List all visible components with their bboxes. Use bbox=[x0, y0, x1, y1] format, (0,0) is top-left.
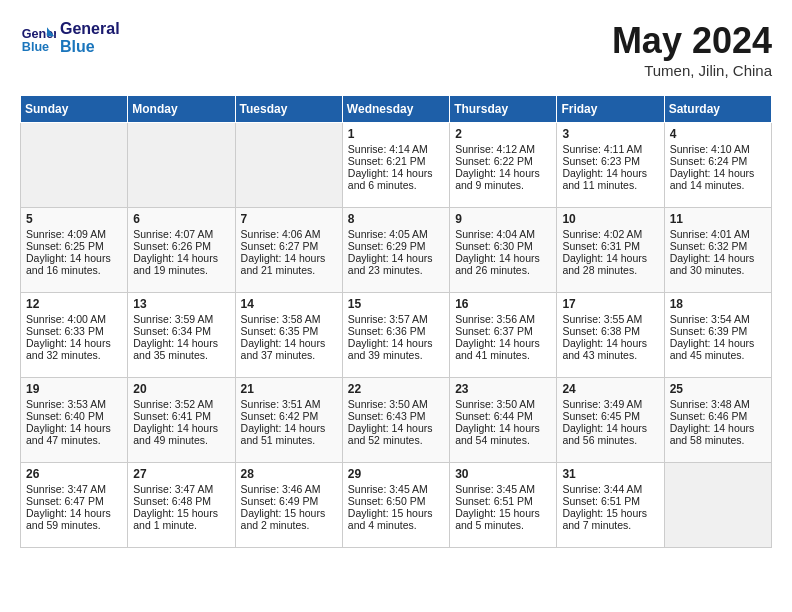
day-number: 19 bbox=[26, 382, 122, 396]
calendar-cell: 17Sunrise: 3:55 AMSunset: 6:38 PMDayligh… bbox=[557, 293, 664, 378]
sunrise-text: Sunrise: 3:53 AM bbox=[26, 398, 122, 410]
logo-icon: General Blue bbox=[20, 20, 56, 56]
logo-blue: Blue bbox=[60, 38, 120, 56]
location: Tumen, Jilin, China bbox=[612, 62, 772, 79]
sunset-text: Sunset: 6:21 PM bbox=[348, 155, 444, 167]
calendar-cell: 20Sunrise: 3:52 AMSunset: 6:41 PMDayligh… bbox=[128, 378, 235, 463]
calendar-cell: 29Sunrise: 3:45 AMSunset: 6:50 PMDayligh… bbox=[342, 463, 449, 548]
sunrise-text: Sunrise: 4:05 AM bbox=[348, 228, 444, 240]
day-number: 16 bbox=[455, 297, 551, 311]
logo: General Blue General Blue bbox=[20, 20, 120, 56]
sunrise-text: Sunrise: 4:06 AM bbox=[241, 228, 337, 240]
calendar-week-row: 19Sunrise: 3:53 AMSunset: 6:40 PMDayligh… bbox=[21, 378, 772, 463]
day-of-week-header: Wednesday bbox=[342, 96, 449, 123]
daylight-text: Daylight: 14 hours and 51 minutes. bbox=[241, 422, 337, 446]
calendar-week-row: 1Sunrise: 4:14 AMSunset: 6:21 PMDaylight… bbox=[21, 123, 772, 208]
svg-text:Blue: Blue bbox=[22, 40, 49, 54]
calendar-cell bbox=[128, 123, 235, 208]
daylight-text: Daylight: 14 hours and 26 minutes. bbox=[455, 252, 551, 276]
day-number: 21 bbox=[241, 382, 337, 396]
day-number: 15 bbox=[348, 297, 444, 311]
sunset-text: Sunset: 6:35 PM bbox=[241, 325, 337, 337]
daylight-text: Daylight: 14 hours and 14 minutes. bbox=[670, 167, 766, 191]
sunrise-text: Sunrise: 3:47 AM bbox=[26, 483, 122, 495]
sunset-text: Sunset: 6:22 PM bbox=[455, 155, 551, 167]
calendar-cell: 22Sunrise: 3:50 AMSunset: 6:43 PMDayligh… bbox=[342, 378, 449, 463]
sunrise-text: Sunrise: 3:48 AM bbox=[670, 398, 766, 410]
calendar-cell: 15Sunrise: 3:57 AMSunset: 6:36 PMDayligh… bbox=[342, 293, 449, 378]
calendar-cell: 13Sunrise: 3:59 AMSunset: 6:34 PMDayligh… bbox=[128, 293, 235, 378]
day-of-week-header: Thursday bbox=[450, 96, 557, 123]
calendar-cell: 4Sunrise: 4:10 AMSunset: 6:24 PMDaylight… bbox=[664, 123, 771, 208]
month-title: May 2024 bbox=[612, 20, 772, 62]
day-number: 29 bbox=[348, 467, 444, 481]
calendar-cell: 21Sunrise: 3:51 AMSunset: 6:42 PMDayligh… bbox=[235, 378, 342, 463]
sunrise-text: Sunrise: 3:47 AM bbox=[133, 483, 229, 495]
sunrise-text: Sunrise: 4:02 AM bbox=[562, 228, 658, 240]
calendar-cell: 31Sunrise: 3:44 AMSunset: 6:51 PMDayligh… bbox=[557, 463, 664, 548]
daylight-text: Daylight: 14 hours and 19 minutes. bbox=[133, 252, 229, 276]
calendar-cell: 25Sunrise: 3:48 AMSunset: 6:46 PMDayligh… bbox=[664, 378, 771, 463]
day-of-week-header: Tuesday bbox=[235, 96, 342, 123]
sunset-text: Sunset: 6:47 PM bbox=[26, 495, 122, 507]
sunset-text: Sunset: 6:23 PM bbox=[562, 155, 658, 167]
sunset-text: Sunset: 6:43 PM bbox=[348, 410, 444, 422]
daylight-text: Daylight: 14 hours and 35 minutes. bbox=[133, 337, 229, 361]
day-number: 25 bbox=[670, 382, 766, 396]
days-of-week-row: SundayMondayTuesdayWednesdayThursdayFrid… bbox=[21, 96, 772, 123]
sunset-text: Sunset: 6:30 PM bbox=[455, 240, 551, 252]
sunrise-text: Sunrise: 3:50 AM bbox=[348, 398, 444, 410]
day-number: 6 bbox=[133, 212, 229, 226]
day-number: 27 bbox=[133, 467, 229, 481]
sunset-text: Sunset: 6:36 PM bbox=[348, 325, 444, 337]
sunrise-text: Sunrise: 3:46 AM bbox=[241, 483, 337, 495]
day-number: 2 bbox=[455, 127, 551, 141]
daylight-text: Daylight: 15 hours and 5 minutes. bbox=[455, 507, 551, 531]
day-number: 3 bbox=[562, 127, 658, 141]
sunrise-text: Sunrise: 4:01 AM bbox=[670, 228, 766, 240]
sunset-text: Sunset: 6:40 PM bbox=[26, 410, 122, 422]
sunrise-text: Sunrise: 3:45 AM bbox=[455, 483, 551, 495]
sunset-text: Sunset: 6:29 PM bbox=[348, 240, 444, 252]
daylight-text: Daylight: 14 hours and 47 minutes. bbox=[26, 422, 122, 446]
sunset-text: Sunset: 6:39 PM bbox=[670, 325, 766, 337]
calendar-cell: 27Sunrise: 3:47 AMSunset: 6:48 PMDayligh… bbox=[128, 463, 235, 548]
sunset-text: Sunset: 6:24 PM bbox=[670, 155, 766, 167]
calendar-cell: 30Sunrise: 3:45 AMSunset: 6:51 PMDayligh… bbox=[450, 463, 557, 548]
day-number: 11 bbox=[670, 212, 766, 226]
daylight-text: Daylight: 14 hours and 11 minutes. bbox=[562, 167, 658, 191]
day-number: 26 bbox=[26, 467, 122, 481]
day-number: 18 bbox=[670, 297, 766, 311]
daylight-text: Daylight: 14 hours and 21 minutes. bbox=[241, 252, 337, 276]
day-number: 24 bbox=[562, 382, 658, 396]
sunrise-text: Sunrise: 3:54 AM bbox=[670, 313, 766, 325]
calendar-cell: 1Sunrise: 4:14 AMSunset: 6:21 PMDaylight… bbox=[342, 123, 449, 208]
day-number: 9 bbox=[455, 212, 551, 226]
calendar-cell: 19Sunrise: 3:53 AMSunset: 6:40 PMDayligh… bbox=[21, 378, 128, 463]
sunset-text: Sunset: 6:34 PM bbox=[133, 325, 229, 337]
calendar-cell: 24Sunrise: 3:49 AMSunset: 6:45 PMDayligh… bbox=[557, 378, 664, 463]
day-number: 7 bbox=[241, 212, 337, 226]
sunrise-text: Sunrise: 4:12 AM bbox=[455, 143, 551, 155]
sunrise-text: Sunrise: 4:09 AM bbox=[26, 228, 122, 240]
sunset-text: Sunset: 6:41 PM bbox=[133, 410, 229, 422]
sunrise-text: Sunrise: 4:07 AM bbox=[133, 228, 229, 240]
day-number: 23 bbox=[455, 382, 551, 396]
calendar-cell: 2Sunrise: 4:12 AMSunset: 6:22 PMDaylight… bbox=[450, 123, 557, 208]
sunrise-text: Sunrise: 3:55 AM bbox=[562, 313, 658, 325]
day-of-week-header: Saturday bbox=[664, 96, 771, 123]
sunset-text: Sunset: 6:48 PM bbox=[133, 495, 229, 507]
page-header: General Blue General Blue May 2024 Tumen… bbox=[20, 20, 772, 79]
sunrise-text: Sunrise: 3:49 AM bbox=[562, 398, 658, 410]
sunrise-text: Sunrise: 4:10 AM bbox=[670, 143, 766, 155]
sunset-text: Sunset: 6:44 PM bbox=[455, 410, 551, 422]
calendar-cell: 10Sunrise: 4:02 AMSunset: 6:31 PMDayligh… bbox=[557, 208, 664, 293]
calendar-cell: 12Sunrise: 4:00 AMSunset: 6:33 PMDayligh… bbox=[21, 293, 128, 378]
daylight-text: Daylight: 14 hours and 37 minutes. bbox=[241, 337, 337, 361]
day-number: 8 bbox=[348, 212, 444, 226]
day-number: 1 bbox=[348, 127, 444, 141]
day-number: 10 bbox=[562, 212, 658, 226]
sunrise-text: Sunrise: 4:11 AM bbox=[562, 143, 658, 155]
day-number: 22 bbox=[348, 382, 444, 396]
logo-general: General bbox=[60, 20, 120, 38]
